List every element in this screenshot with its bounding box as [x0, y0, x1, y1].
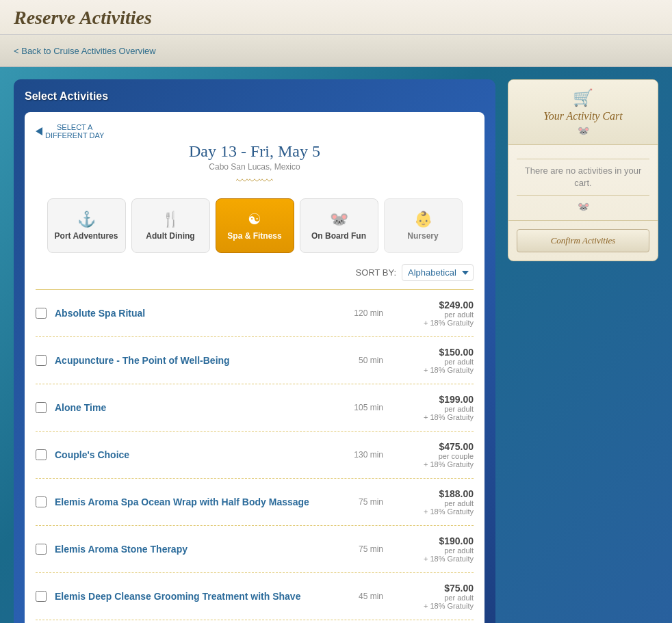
arrow-left-icon — [36, 127, 42, 135]
select-different-day-wrapper: SELECT ADIFFERENT DAY — [36, 123, 474, 140]
price-per-2: per adult — [391, 405, 474, 413]
tab-port-adventures[interactable]: ⚓ Port Adventures — [47, 198, 126, 253]
price-per-0: per adult — [391, 310, 474, 319]
price-gratuity-0: + 18% Gratuity — [391, 319, 474, 327]
select-label: SELECT ADIFFERENT DAY — [45, 123, 104, 140]
price-gratuity-2: + 18% Gratuity — [391, 413, 474, 421]
cart-icon: 🛒 — [517, 88, 649, 107]
activity-price-6: $75.00 per adult + 18% Gratuity — [391, 583, 474, 610]
cart-divider — [517, 159, 649, 159]
tab-spa-fitness-label: Spa & Fitness — [227, 231, 281, 241]
cart-footer: Confirm Activities — [508, 220, 658, 261]
table-row: Elemis Deep Cleanse Grooming Treatment w… — [36, 573, 474, 620]
tab-adult-dining[interactable]: 🍴 Adult Dining — [131, 198, 210, 253]
on-board-fun-icon: 🐭 — [330, 211, 348, 228]
activity-checkbox-2[interactable] — [36, 402, 47, 413]
breadcrumb-link[interactable]: Back to Cruise Activities Overview — [14, 46, 156, 56]
activity-price-0: $249.00 per adult + 18% Gratuity — [391, 300, 474, 327]
tab-on-board-fun[interactable]: 🐭 On Board Fun — [300, 198, 378, 253]
decorative-divider: 〰〰〰 — [36, 174, 474, 189]
activity-price-4: $188.00 per adult + 18% Gratuity — [391, 488, 474, 516]
cart-empty-message: There are no activities in your cart. — [517, 165, 649, 189]
activity-list: Absolute Spa Ritual 120 min $249.00 per … — [36, 289, 474, 623]
price-gratuity-1: + 18% Gratuity — [391, 366, 474, 374]
activity-checkbox-6[interactable] — [36, 591, 47, 602]
activity-name-5[interactable]: Elemis Aroma Stone Therapy — [55, 544, 327, 555]
cart-divider-2 — [517, 195, 649, 196]
price-amount-3: $475.00 — [391, 441, 474, 452]
price-gratuity-3: + 18% Gratuity — [391, 460, 474, 468]
activity-price-1: $150.00 per adult + 18% Gratuity — [391, 347, 474, 374]
price-gratuity-4: + 18% Gratuity — [391, 507, 474, 516]
cart-body: There are no activities in your cart. 🐭 — [508, 145, 658, 220]
activity-checkbox-5[interactable] — [36, 544, 47, 555]
activity-name-4[interactable]: Elemis Aroma Spa Ocean Wrap with Half Bo… — [55, 496, 327, 507]
price-gratuity-6: + 18% Gratuity — [391, 602, 474, 610]
activity-duration-1: 50 min — [335, 356, 383, 365]
activity-duration-5: 75 min — [335, 544, 383, 554]
activity-duration-4: 75 min — [335, 497, 383, 507]
sort-bar: SORT BY: Alphabetical Price Duration — [36, 264, 474, 281]
tab-spa-fitness[interactable]: ☯ Spa & Fitness — [216, 198, 294, 253]
activity-duration-3: 130 min — [335, 450, 383, 460]
panel-title: Select Activities — [25, 90, 484, 103]
activity-price-2: $199.00 per adult + 18% Gratuity — [391, 394, 474, 421]
activity-duration-6: 45 min — [335, 592, 383, 601]
cart-box: 🛒 Your Activity Cart 🐭 There are no acti… — [508, 79, 658, 261]
cart-header: 🛒 Your Activity Cart 🐭 — [508, 80, 658, 145]
price-amount-4: $188.00 — [391, 488, 474, 499]
activity-name-0[interactable]: Absolute Spa Ritual — [55, 308, 327, 319]
table-row: Elemis Aroma Spa Ocean Wrap with Half Bo… — [36, 479, 474, 526]
page-title: Reserve Activities — [14, 7, 658, 29]
activities-panel: Select Activities SELECT ADIFFERENT DAY … — [14, 79, 495, 623]
sort-select[interactable]: Alphabetical Price Duration — [402, 264, 474, 281]
day-navigation: SELECT ADIFFERENT DAY Day 13 - Fri, May … — [36, 123, 474, 189]
nursery-icon: 👶 — [414, 211, 432, 228]
activity-duration-0: 120 min — [335, 308, 383, 318]
price-amount-0: $249.00 — [391, 300, 474, 310]
page-header: Reserve Activities — [0, 0, 672, 35]
breadcrumb-bar: Back to Cruise Activities Overview — [0, 35, 672, 67]
table-row: Absolute Spa Ritual 120 min $249.00 per … — [36, 290, 474, 337]
port-adventures-icon: ⚓ — [77, 211, 96, 228]
tab-port-adventures-label: Port Adventures — [55, 231, 118, 241]
cart-title: Your Activity Cart — [517, 110, 649, 122]
activity-name-6[interactable]: Elemis Deep Cleanse Grooming Treatment w… — [55, 591, 327, 602]
activity-name-1[interactable]: Acupuncture - The Point of Well-Being — [55, 355, 327, 366]
day-location: Cabo San Lucas, Mexico — [36, 162, 474, 172]
sort-label: SORT BY: — [356, 267, 397, 278]
table-row: Alone Time 105 min $199.00 per adult + 1… — [36, 384, 474, 432]
activity-price-5: $190.00 per adult + 18% Gratuity — [391, 535, 474, 563]
price-per-1: per adult — [391, 358, 474, 366]
tab-adult-dining-label: Adult Dining — [146, 231, 194, 241]
select-different-day-link[interactable]: SELECT ADIFFERENT DAY — [36, 123, 104, 140]
table-row: Acupuncture - The Point of Well-Being 50… — [36, 337, 474, 384]
activity-checkbox-4[interactable] — [36, 496, 47, 507]
price-amount-6: $75.00 — [391, 583, 474, 594]
activity-name-3[interactable]: Couple's Choice — [55, 449, 327, 460]
category-tabs: ⚓ Port Adventures 🍴 Adult Dining ☯ Spa &… — [36, 198, 474, 253]
price-gratuity-5: + 18% Gratuity — [391, 555, 474, 563]
table-row: Couple's Choice 130 min $475.00 per coup… — [36, 432, 474, 479]
activity-price-3: $475.00 per couple + 18% Gratuity — [391, 441, 474, 468]
price-per-6: per adult — [391, 594, 474, 602]
cart-mickey-icon-2: 🐭 — [517, 201, 649, 212]
activity-checkbox-0[interactable] — [36, 308, 47, 319]
confirm-activities-button[interactable]: Confirm Activities — [517, 229, 649, 252]
price-amount-1: $150.00 — [391, 347, 474, 358]
activity-checkbox-3[interactable] — [36, 449, 47, 460]
price-amount-5: $190.00 — [391, 535, 474, 546]
price-amount-2: $199.00 — [391, 394, 474, 405]
tab-nursery-label: Nursery — [407, 231, 438, 241]
price-per-3: per couple — [391, 452, 474, 460]
activity-name-2[interactable]: Alone Time — [55, 402, 327, 413]
adult-dining-icon: 🍴 — [161, 211, 180, 228]
cart-mickey-icon: 🐭 — [517, 125, 649, 136]
table-row: Elemis Express Shave 30 min $45.00 per a… — [36, 620, 474, 623]
tab-on-board-fun-label: On Board Fun — [311, 231, 366, 241]
activity-duration-2: 105 min — [335, 403, 383, 412]
activity-checkbox-1[interactable] — [36, 355, 47, 366]
table-row: Elemis Aroma Stone Therapy 75 min $190.0… — [36, 526, 474, 573]
inner-box: SELECT ADIFFERENT DAY Day 13 - Fri, May … — [25, 112, 484, 623]
cart-panel: 🛒 Your Activity Cart 🐭 There are no acti… — [508, 79, 658, 623]
